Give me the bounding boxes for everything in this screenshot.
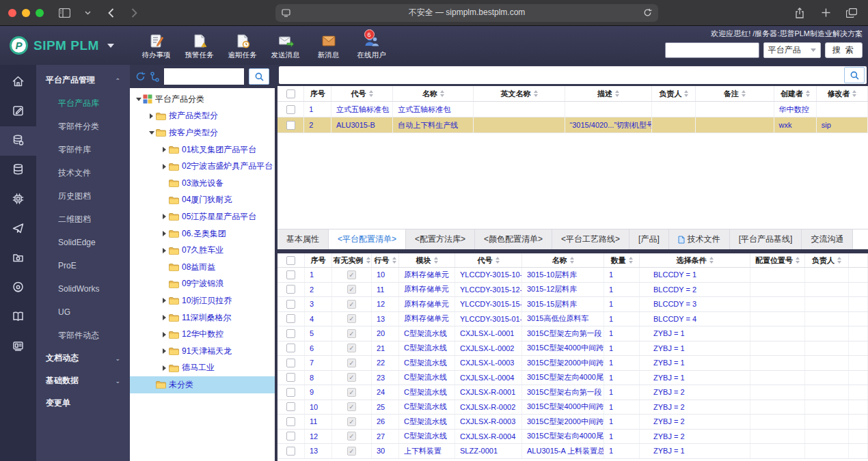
row-select-cell[interactable]	[277, 430, 305, 444]
tree-node[interactable]: 12华中数控	[130, 326, 275, 343]
sort-icon[interactable]	[709, 257, 714, 264]
tree-node[interactable]: 按客户类型分	[130, 124, 275, 141]
tab-平台工艺路线[interactable]: <平台工艺路线>	[552, 229, 629, 249]
row-select-cell[interactable]	[277, 117, 304, 132]
row-select-cell[interactable]	[277, 102, 304, 117]
cell-line[interactable]: 27	[372, 430, 399, 444]
tab-配置方法库[interactable]: <配置方法库>	[406, 229, 475, 249]
table-row[interactable]: 8✓23C型架流水线CXJLSX-L-00043015C型架左向4000尾跨1Z…	[277, 371, 868, 386]
column-header-描述[interactable]: 描述	[565, 86, 653, 101]
rail-item-database[interactable]	[0, 156, 36, 185]
arrow-closed-icon[interactable]	[160, 348, 169, 354]
select-all-checkbox[interactable]	[286, 256, 295, 265]
cell-seq[interactable]: 11	[305, 415, 332, 429]
row-select-cell[interactable]	[277, 400, 305, 415]
column-header-模块[interactable]: 模块	[399, 253, 455, 267]
cell-module[interactable]: C型架流水线	[399, 400, 455, 415]
cell-cond[interactable]: ZYBJ = 1	[640, 356, 750, 370]
cell-module[interactable]: C型架流水线	[399, 341, 455, 356]
cell-seq[interactable]: 6	[305, 341, 332, 356]
sort-icon[interactable]	[392, 257, 396, 264]
cell-module[interactable]: 原料存储单元	[399, 268, 455, 282]
tree-node[interactable]: 91天津福天龙	[130, 343, 275, 360]
toolbar-item-send-message[interactable]: 发送消息	[266, 31, 305, 60]
rail-item-edit[interactable]	[0, 97, 36, 126]
row-checkbox[interactable]	[286, 417, 295, 426]
cell-desc[interactable]: “3015/4020...”切割机型号	[565, 117, 653, 132]
table-row[interactable]: 1✓10原料存储单元YLCCDY-3015-10-3015-10层料库1BLCC…	[277, 268, 868, 283]
table-row[interactable]: 1立式五轴标准包立式五轴标准包华中数控	[277, 102, 868, 117]
sidebar-section-2[interactable]: 基础数据⌄	[36, 369, 130, 392]
arrow-closed-icon[interactable]	[160, 365, 169, 371]
sidebar-section-1[interactable]: 文档动态⌄	[36, 347, 130, 369]
rail-item-book[interactable]	[0, 303, 36, 332]
cell-name[interactable]: 3015-12层料库	[522, 283, 604, 297]
cell-modifier[interactable]: sip	[817, 117, 868, 132]
sort-icon[interactable]	[837, 257, 841, 264]
cell-module[interactable]: C型架流水线	[399, 415, 455, 429]
cell-module[interactable]: C型架流水线	[399, 371, 455, 385]
cell-code[interactable]: CXJLSX-R-0001	[455, 385, 522, 400]
column-header-名称[interactable]: 名称	[522, 253, 604, 267]
column-header-行号[interactable]: 行号	[372, 253, 399, 267]
minimize-window-button[interactable]	[22, 9, 30, 17]
table-row[interactable]: 4✓13原料存储单元YLCCDY-3015-01-3015高低位原料车1BLCC…	[277, 312, 868, 327]
sort-icon[interactable]	[496, 257, 500, 264]
cell-code[interactable]: SLZZ-0001	[455, 444, 522, 458]
column-header-代号[interactable]: 代号	[455, 253, 522, 267]
row-select-cell[interactable]	[277, 385, 305, 400]
cell-cond[interactable]: ZYBJ = 1	[640, 341, 750, 356]
table-row[interactable]: 10✓25C型架流水线CXJLSX-R-00023015C型架4000中间跨（右…	[277, 400, 868, 415]
tab-基本属性[interactable]: 基本属性	[277, 229, 329, 249]
cell-module[interactable]: C型架流水线	[399, 356, 455, 370]
cell-cond[interactable]: ZYBJ = 1	[640, 326, 750, 341]
cell-name[interactable]: ALU3015-A 上料装置总装	[522, 444, 604, 458]
column-header-名称[interactable]: 名称	[393, 86, 474, 101]
sort-icon[interactable]	[806, 90, 810, 97]
cell-code[interactable]: YLCCDY-3015-15-	[455, 297, 522, 311]
cell-line[interactable]: 24	[372, 385, 399, 400]
new-tab-icon[interactable]	[817, 5, 834, 21]
chevron-down-icon[interactable]	[79, 5, 96, 21]
cell-seq[interactable]: 7	[305, 356, 332, 370]
list-search-button[interactable]	[844, 67, 865, 83]
cell-cond[interactable]: ZYBJ = 2	[640, 400, 750, 415]
cell-line[interactable]: 23	[372, 371, 399, 385]
cell-line[interactable]: 11	[372, 283, 399, 297]
row-checkbox[interactable]	[286, 447, 295, 456]
arrow-closed-icon[interactable]	[160, 214, 169, 219]
cell-line[interactable]: 22	[372, 356, 399, 370]
cell-name[interactable]: 自动上下料生产线	[393, 117, 474, 132]
tree-search-input[interactable]	[164, 68, 244, 85]
toolbar-item-todo[interactable]: 待办事项	[137, 31, 176, 60]
tab-交流沟通[interactable]: 交流沟通	[802, 229, 853, 249]
row-checkbox[interactable]	[286, 270, 295, 279]
toolbar-item-new-message[interactable]: 新消息	[309, 31, 348, 60]
tree-search-button[interactable]	[249, 68, 269, 85]
arrow-closed-icon[interactable]	[160, 315, 169, 320]
arrow-closed-icon[interactable]	[160, 164, 169, 169]
arrow-closed-icon[interactable]	[160, 231, 169, 236]
cell-line[interactable]: 26	[372, 415, 399, 429]
cell-qty[interactable]: 1	[604, 326, 640, 341]
table-row[interactable]: 12✓27C型架流水线CXJLSX-R-00043015C型架右向4000尾跨1…	[277, 430, 868, 445]
cell-name[interactable]: 3015高低位原料车	[522, 312, 604, 326]
arrow-closed-icon[interactable]	[160, 298, 169, 303]
table-row[interactable]: 3✓12原料存储单元YLCCDY-3015-15-3015-15层料库1BLCC…	[277, 297, 868, 312]
sidebar-toggle-icon[interactable]	[56, 5, 72, 21]
refresh-icon[interactable]	[135, 72, 146, 81]
row-select-cell[interactable]	[277, 356, 305, 370]
cell-code[interactable]: 立式五轴标准包	[331, 102, 393, 117]
sidebar-item-二维图档[interactable]: 二维图档	[36, 208, 130, 231]
cell-code[interactable]: CXJLSX-R-0004	[455, 430, 522, 444]
list-filter-input[interactable]	[279, 68, 844, 83]
sidebar-item-平台产品库[interactable]: 平台产品库	[36, 92, 130, 115]
table-row[interactable]: 2ALU3015-B自动上下料生产线“3015/4020...”切割机型号wxk…	[277, 117, 868, 133]
rail-item-device-card[interactable]	[0, 332, 36, 361]
cell-seq[interactable]: 13	[305, 444, 332, 458]
cell-module[interactable]: 原料存储单元	[399, 312, 455, 326]
cell-name[interactable]: 3015C型架右向4000尾跨	[522, 430, 604, 444]
tree-node[interactable]: 04厦门狄耐克	[130, 192, 275, 209]
tree-node[interactable]: 德马工业	[130, 360, 275, 377]
cell-code[interactable]: YLCCDY-3015-12-	[455, 283, 522, 297]
